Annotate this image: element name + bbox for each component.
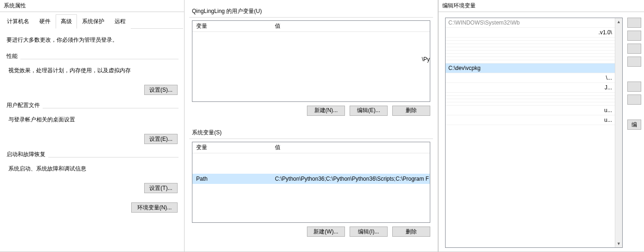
path-entry[interactable] [446,47,615,50]
section-performance-header: 性能 [6,53,20,59]
path-entry[interactable]: C:\WINDOWS\System32\Wb [446,18,615,28]
list-row[interactable] [192,164,430,174]
side-button-5[interactable] [627,82,641,92]
tab-body-advanced: 要进行大多数更改，你必须作为管理员登录。 性能 视觉效果，处理器计划，内存使用，… [0,29,185,252]
section-performance: 性能 视觉效果，处理器计划，内存使用，以及虚拟内存 设置(S)... [6,52,179,95]
section-startup-desc: 系统启动、系统故障和调试信息 [8,165,179,173]
sys-delete-button[interactable]: 删除 [392,227,430,237]
path-entry[interactable]: u... [446,115,615,125]
path-entry[interactable] [446,102,615,106]
path-entry[interactable] [446,38,615,41]
env-content: QingLingLing 的用户变量(U) 变量 值 \Py 新建(N)... … [185,0,438,252]
tab-advanced[interactable]: 高级 [56,14,77,29]
col-variable: 变量 [192,22,271,30]
user-edit-button[interactable]: 编辑(E)... [350,106,388,116]
tab-remote[interactable]: 远程 [109,14,131,29]
user-variables-group: 变量 值 \Py 新建(N)... 编辑(E)... 删除 [189,17,433,123]
section-performance-desc: 视觉效果，处理器计划，内存使用，以及虚拟内存 [8,67,179,75]
edit-side-buttons: 编 [627,18,641,248]
side-button-6[interactable] [627,94,641,105]
path-entry[interactable] [446,41,615,44]
cell-value: \Py [271,56,430,63]
list-header: 变量 值 [192,142,430,153]
scroll-down-arrow-icon[interactable]: ▼ [615,240,622,247]
tab-computer-name[interactable]: 计算机名 [2,14,34,29]
scrollbar-vertical[interactable]: ▲ ▼ [615,18,622,247]
side-button-2[interactable] [627,31,641,41]
section-userprofile-desc: 与登录帐户相关的桌面设置 [8,116,179,124]
user-delete-button[interactable]: 删除 [392,106,430,116]
user-variables-label: QingLingLing 的用户变量(U) [192,7,433,15]
system-variables-rows: Path C:\Python\Python36;C:\Python\Python… [192,153,430,184]
path-entry[interactable]: J... [446,83,615,93]
tabs-bar: 计算机名 硬件 高级 系统保护 远程 [2,12,183,29]
system-variables-buttons: 新建(W)... 编辑(I)... 删除 [192,227,430,237]
section-startup-header: 启动和故障恢复 [6,151,48,158]
list-header: 变量 值 [192,21,430,32]
path-entry[interactable]: .v1.0\ [446,28,615,38]
list-row-path[interactable]: Path C:\Python\Python36;C:\Python\Python… [192,174,430,184]
scroll-up-arrow-icon[interactable]: ▲ [615,18,622,25]
tab-hardware[interactable]: 硬件 [34,14,56,29]
cell-value: C:\Python\Python36;C:\Python\Python36\Sc… [271,176,430,182]
path-entry[interactable] [446,50,615,54]
path-entry[interactable] [446,93,615,96]
path-entry[interactable] [446,96,615,99]
path-entry[interactable]: \... [446,73,615,83]
side-button-4[interactable] [627,57,641,67]
col-value: 值 [271,22,430,30]
environment-variables-button[interactable]: 环境变量(N)... [131,202,178,213]
path-entry[interactable] [446,99,615,102]
col-variable: 变量 [192,144,271,151]
user-variables-rows: \Py [192,32,430,64]
dialog-title: 系统属性 [0,0,185,12]
system-variables-listbox[interactable]: 变量 值 Path C:\Python\Python36;C:\Python\P… [192,142,430,223]
path-entry[interactable] [446,44,615,47]
userprofile-settings-button[interactable]: 设置(E)... [144,134,178,144]
system-variables-group: 变量 值 Path C:\Python\Python36;C:\Python\P… [189,139,433,245]
path-entry[interactable]: u... [446,106,615,115]
section-startup: 启动和故障恢复 系统启动、系统故障和调试信息 设置(T)... [6,151,179,193]
user-variables-buttons: 新建(N)... 编辑(E)... 删除 [192,106,430,116]
startup-settings-button[interactable]: 设置(T)... [144,183,178,193]
system-variables-label: 系统变量(S) [192,129,433,137]
system-properties-dialog: 系统属性 计算机名 硬件 高级 系统保护 远程 要进行大多数更改，你必须作为管理… [0,0,185,252]
path-entry-selected[interactable]: C:\dev\vcpkg [446,63,615,73]
envvar-button-row: 环境变量(N)... [6,202,179,213]
section-userprofile: 用户配置文件 与登录帐户相关的桌面设置 设置(E)... [6,101,179,144]
list-row[interactable] [192,153,430,164]
path-list[interactable]: C:\WINDOWS\System32\Wb .v1.0\ C:\dev\vcp… [445,18,623,248]
edit-environment-variable-dialog: 编辑环境变量 C:\WINDOWS\System32\Wb .v1.0\ C:\… [438,0,644,252]
user-new-button[interactable]: 新建(N)... [307,106,345,116]
path-entry[interactable] [446,60,615,63]
list-row[interactable]: \Py [192,54,430,64]
col-value: 值 [271,144,430,151]
admin-note: 要进行大多数更改，你必须作为管理员登录。 [6,36,179,44]
side-button-7[interactable]: 编 [627,120,641,130]
user-variables-listbox[interactable]: 变量 值 \Py [192,20,430,102]
path-entry[interactable] [446,54,615,57]
path-entry[interactable] [446,57,615,60]
side-button-1[interactable] [627,18,641,28]
sys-new-button[interactable]: 新建(W)... [307,227,345,237]
side-button-3[interactable] [627,44,641,54]
sys-edit-button[interactable]: 编辑(I)... [350,227,388,237]
performance-settings-button[interactable]: 设置(S)... [144,85,178,95]
tab-system-protection[interactable]: 系统保护 [77,14,109,29]
cell-variable: Path [192,176,271,182]
section-userprofile-header: 用户配置文件 [6,102,43,108]
environment-variables-dialog: QingLingLing 的用户变量(U) 变量 值 \Py 新建(N)... … [184,0,438,252]
edit-content: C:\WINDOWS\System32\Wb .v1.0\ C:\dev\vcp… [439,12,644,252]
dialog-title: 编辑环境变量 [439,0,644,12]
